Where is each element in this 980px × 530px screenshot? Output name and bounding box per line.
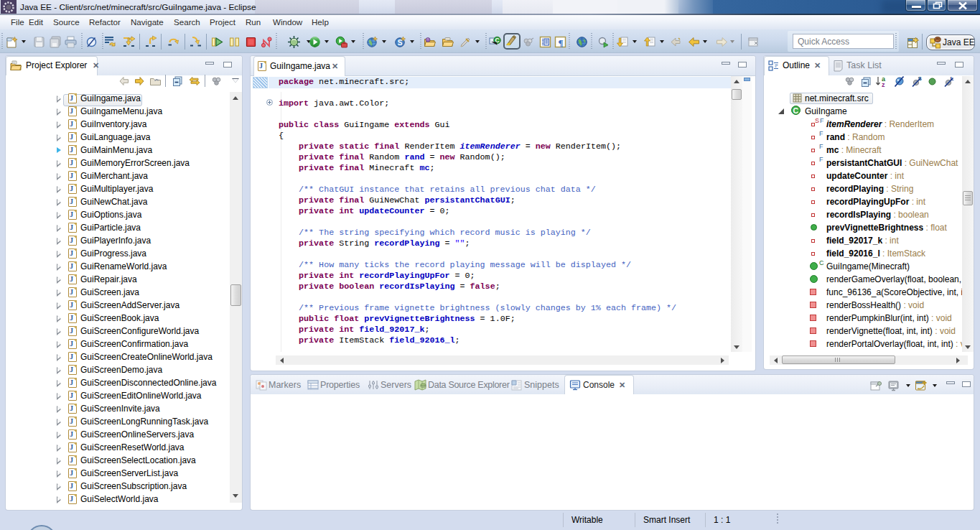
svg-text:S: S [398, 39, 403, 47]
svg-text:¶: ¶ [558, 37, 563, 48]
